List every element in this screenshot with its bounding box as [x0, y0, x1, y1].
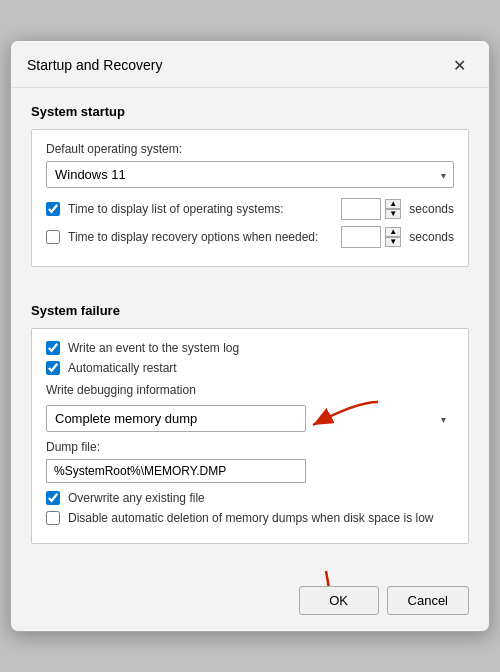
overwrite-label: Overwrite any existing file: [68, 491, 454, 505]
disable-deletion-row: Disable automatic deletion of memory dum…: [46, 511, 454, 525]
display-list-unit: seconds: [409, 202, 454, 216]
debug-dropdown[interactable]: Complete memory dumpKernel memory dumpSm…: [46, 405, 306, 432]
auto-restart-checkbox[interactable]: [46, 361, 60, 375]
auto-restart-label: Automatically restart: [68, 361, 454, 375]
display-list-spinner-btns: ▲ ▼: [385, 199, 401, 219]
overwrite-checkbox[interactable]: [46, 491, 60, 505]
display-list-spinner: 30 ▲ ▼: [341, 198, 401, 220]
display-list-label: Time to display list of operating system…: [68, 202, 333, 216]
disable-deletion-checkbox[interactable]: [46, 511, 60, 525]
dump-file-label: Dump file:: [46, 440, 454, 454]
display-list-checkbox[interactable]: [46, 202, 60, 216]
disable-deletion-label: Disable automatic deletion of memory dum…: [68, 511, 454, 525]
dump-file-wrapper: Dump file:: [46, 440, 454, 483]
write-event-label: Write an event to the system log: [68, 341, 454, 355]
default-os-wrapper: Windows 11 ▾: [46, 161, 454, 188]
dialog-title: Startup and Recovery: [27, 57, 162, 73]
debug-dropdown-arrow-icon: ▾: [441, 413, 446, 424]
system-failure-title: System failure: [31, 303, 469, 318]
display-list-down-btn[interactable]: ▼: [385, 209, 401, 219]
overwrite-row: Overwrite any existing file: [46, 491, 454, 505]
display-recovery-label: Time to display recovery options when ne…: [68, 230, 333, 244]
system-failure-box: Write an event to the system log Automat…: [31, 328, 469, 544]
auto-restart-row: Automatically restart: [46, 361, 454, 375]
system-failure-section: System failure Write an event to the sys…: [31, 303, 469, 544]
debug-dropdown-wrapper: Complete memory dumpKernel memory dumpSm…: [46, 405, 454, 432]
display-recovery-unit: seconds: [409, 230, 454, 244]
title-bar: Startup and Recovery ✕: [11, 41, 489, 88]
default-os-label: Default operating system:: [46, 142, 454, 156]
red-arrow-indicator: [308, 397, 388, 433]
display-recovery-checkbox[interactable]: [46, 230, 60, 244]
system-startup-title: System startup: [31, 104, 469, 119]
display-recovery-spinner-btns: ▲ ▼: [385, 227, 401, 247]
display-list-input[interactable]: 30: [341, 198, 381, 220]
default-os-select[interactable]: Windows 11: [46, 161, 454, 188]
display-recovery-spinner: 30 ▲ ▼: [341, 226, 401, 248]
cancel-button[interactable]: Cancel: [387, 586, 469, 615]
display-recovery-row: Time to display recovery options when ne…: [46, 226, 454, 248]
debug-info-section: Write debugging information Complete mem…: [46, 383, 454, 525]
ok-button[interactable]: OK: [299, 586, 379, 615]
dialog-footer: OK Cancel: [11, 576, 489, 631]
write-event-row: Write an event to the system log: [46, 341, 454, 355]
display-list-row: Time to display list of operating system…: [46, 198, 454, 220]
dump-file-input[interactable]: [46, 459, 306, 483]
debug-info-label: Write debugging information: [46, 383, 454, 397]
write-event-checkbox[interactable]: [46, 341, 60, 355]
system-startup-box: Default operating system: Windows 11 ▾ T…: [31, 129, 469, 267]
system-startup-section: System startup Default operating system:…: [31, 104, 469, 267]
display-recovery-up-btn[interactable]: ▲: [385, 227, 401, 237]
display-recovery-input[interactable]: 30: [341, 226, 381, 248]
startup-recovery-dialog: Startup and Recovery ✕ System startup De…: [10, 40, 490, 632]
display-recovery-down-btn[interactable]: ▼: [385, 237, 401, 247]
display-list-up-btn[interactable]: ▲: [385, 199, 401, 209]
close-button[interactable]: ✕: [445, 51, 473, 79]
dialog-content: System startup Default operating system:…: [11, 88, 489, 576]
